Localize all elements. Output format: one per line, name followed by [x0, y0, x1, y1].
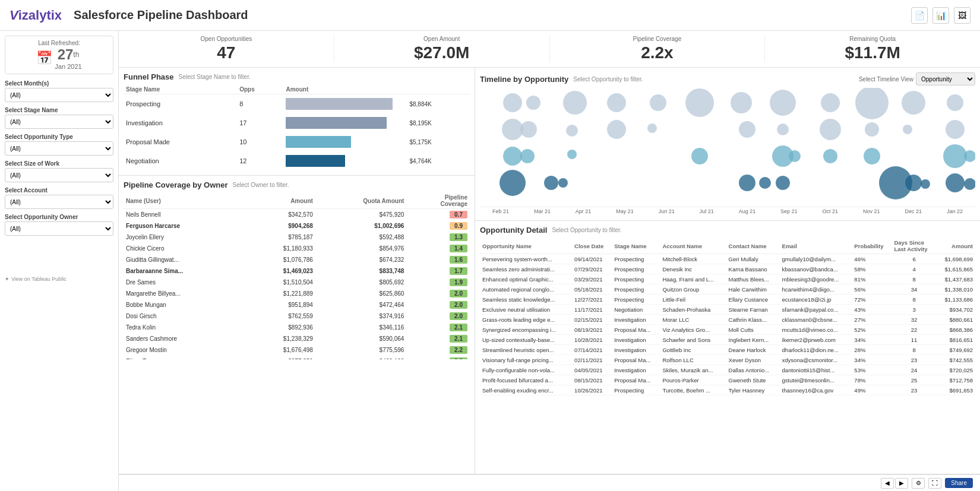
timeline-bubble[interactable] [731, 92, 752, 113]
opp-row[interactable]: Self-enabling exuding encr... 10/26/2021… [480, 385, 975, 395]
pipeline-row[interactable]: Dre Sames $1,510,504 $805,692 1.9 [124, 277, 470, 288]
opp-row[interactable]: Synergized encompassing i... 08/19/2021 … [480, 325, 975, 335]
timeline-bubble[interactable] [943, 144, 967, 168]
timeline-bubble[interactable] [855, 88, 889, 119]
timeline-bubble[interactable] [820, 119, 841, 140]
timeline-bubble[interactable] [691, 148, 708, 164]
timeline-bubble[interactable] [946, 173, 965, 192]
timeline-bubble[interactable] [503, 147, 522, 166]
opp-detail-table-container[interactable]: Opportunity Name Close Date Stage Name A… [480, 238, 975, 395]
filter-stage-select[interactable]: (All) [5, 115, 113, 129]
funnel-bar [286, 155, 345, 167]
opp-row[interactable]: Exclusive neutral utilisation 11/17/2021… [480, 305, 975, 315]
opp-row[interactable]: Automated regional conglo... 05/18/2021 … [480, 284, 975, 294]
opp-email: mbleesing3@goodre... [780, 274, 852, 284]
filter-size-select[interactable]: (All) [5, 168, 113, 182]
timeline-bubble[interactable] [776, 176, 790, 190]
timeline-bubble[interactable] [526, 96, 540, 110]
funnel-row[interactable]: Prospecting 8 $8,884K [124, 94, 470, 114]
pipeline-row[interactable]: Dosi Girsch $762,559 $374,916 2.0 [124, 311, 470, 322]
timeline-bubble[interactable] [607, 120, 626, 139]
timeline-bubble[interactable] [739, 121, 755, 138]
timeline-bubble[interactable] [921, 179, 930, 189]
timeline-bubble[interactable] [558, 178, 568, 188]
timeline-bubble[interactable] [903, 125, 912, 134]
cov-coverage: 2.0 [406, 311, 470, 322]
settings-btn[interactable]: ⚙ [912, 478, 925, 489]
filter-opp-type-select[interactable]: (All) [5, 141, 113, 156]
pipeline-row[interactable]: Barbaraanne Sima... $1,469,023 $833,748 … [124, 265, 470, 277]
timeline-bubble[interactable] [789, 150, 801, 162]
timeline-bubble[interactable] [739, 175, 755, 191]
filter-account-select[interactable]: (All) [5, 195, 113, 209]
timeline-bubble[interactable] [503, 93, 522, 112]
opp-row[interactable]: Seamless zero administrati... 07/29/2021… [480, 264, 975, 274]
timeline-bubble[interactable] [759, 177, 771, 189]
tableau-footer[interactable]: ✦ View on Tableau Public [5, 240, 113, 282]
opp-row[interactable]: Profit-focused bifurcated a... 08/15/202… [480, 375, 975, 385]
nav-left-btn[interactable]: ◀ [881, 478, 894, 489]
timeline-bubble[interactable] [902, 91, 925, 115]
pipeline-row[interactable]: Elinor Tupp $977,359 $420,168 2.3 [124, 356, 470, 359]
timeline-bubble[interactable] [566, 125, 578, 137]
timeline-bubble[interactable] [520, 121, 537, 138]
pipeline-row[interactable]: Sanders Cashmore $1,238,329 $590,064 2.1 [124, 333, 470, 344]
timeline-bubble[interactable] [964, 150, 975, 162]
opp-row[interactable]: Up-sized contextually-base... 10/28/2021… [480, 335, 975, 345]
fullscreen-btn[interactable]: ⛶ [928, 478, 941, 489]
timeline-bubble[interactable] [520, 149, 535, 163]
timeline-bubble[interactable] [650, 94, 666, 111]
cov-coverage: 1.3 [406, 232, 470, 243]
pipeline-row[interactable]: Bobbe Mungan $951,894 $472,464 2.0 [124, 299, 470, 311]
opp-row[interactable]: Persevering system-worth... 09/14/2021 P… [480, 254, 975, 264]
timeline-bubble[interactable] [777, 123, 789, 135]
ppt-icon[interactable]: 📊 [932, 7, 949, 24]
opp-amount: $1,437,683 [937, 274, 975, 284]
opp-row[interactable]: Grass-roots leading edge e... 02/15/2021… [480, 315, 975, 325]
timeline-bubble[interactable] [685, 88, 714, 117]
opp-email: gmullaly10@dailym... [780, 254, 852, 264]
pipeline-row[interactable]: Tedra Kolin $892,936 $346,116 2.1 [124, 322, 470, 333]
pipeline-coverage-table-container[interactable]: Name (User) Amount Quota Amount Pipeline… [124, 193, 470, 359]
pipeline-row[interactable]: Gregoor Mostin $1,676,498 $775,596 2.2 [124, 344, 470, 356]
nav-right-btn[interactable]: ▶ [895, 478, 908, 489]
bubble-chart-area [480, 88, 975, 207]
timeline-bubble[interactable] [500, 170, 526, 196]
funnel-row[interactable]: Negotiation 12 $4,764K [124, 151, 470, 170]
pipeline-row[interactable]: Chickie Cicero $1,180,933 $854,976 1.4 [124, 243, 470, 254]
funnel-row[interactable]: Proposal Made 10 $5,175K [124, 132, 470, 151]
opp-row[interactable]: Enhanced optimal Graphic... 03/29/2021 P… [480, 274, 975, 284]
img-icon[interactable]: 🖼 [954, 7, 970, 24]
opp-row[interactable]: Visionary full-range pricing... 02/11/20… [480, 355, 975, 365]
funnel-row[interactable]: Investigation 17 $8,195K [124, 113, 470, 132]
filter-months-select[interactable]: (All) [5, 88, 113, 102]
share-btn[interactable]: Share [945, 478, 973, 488]
timeline-view-dropdown[interactable]: Opportunity Stage Name Account [916, 72, 975, 85]
timeline-bubble[interactable] [770, 90, 796, 116]
timeline-bubble[interactable] [964, 178, 975, 190]
pipeline-row[interactable]: Joycelin Ellery $785,187 $592,488 1.3 [124, 232, 470, 243]
timeline-bubble[interactable] [865, 122, 879, 137]
timeline-bubble[interactable] [823, 149, 837, 163]
timeline-bubble[interactable] [821, 93, 840, 112]
opp-row[interactable]: Fully-configurable non-vola... 04/05/202… [480, 365, 975, 375]
timeline-bubble[interactable] [947, 94, 963, 111]
opp-stage: Prospecting [612, 294, 660, 305]
pipeline-row[interactable]: Ferguson Harcarse $904,268 $1,002,696 0.… [124, 220, 470, 232]
pipeline-row[interactable]: Neils Bennell $342,570 $475,920 0.7 [124, 209, 470, 221]
opp-name: Automated regional conglo... [480, 284, 572, 294]
timeline-bubble[interactable] [607, 93, 626, 112]
timeline-bubble[interactable] [946, 120, 965, 139]
timeline-bubble[interactable] [563, 91, 587, 115]
filter-owner-select[interactable]: (All) [5, 221, 113, 236]
opp-row[interactable]: Streamlined heuristic open... 07/14/2021… [480, 345, 975, 355]
opp-row[interactable]: Seamless static knowledge... 12/27/2021 … [480, 294, 975, 305]
timeline-bubble[interactable] [905, 175, 922, 191]
timeline-bubble[interactable] [544, 176, 558, 190]
pipeline-row[interactable]: Margarethe Billyea... $1,221,889 $625,86… [124, 288, 470, 299]
timeline-bubble[interactable] [864, 148, 880, 164]
timeline-bubble[interactable] [567, 150, 577, 159]
timeline-bubble[interactable] [647, 123, 657, 133]
pipeline-row[interactable]: Giuditta Gillingwat... $1,076,786 $674,2… [124, 254, 470, 265]
pdf-icon[interactable]: 📄 [911, 7, 928, 24]
